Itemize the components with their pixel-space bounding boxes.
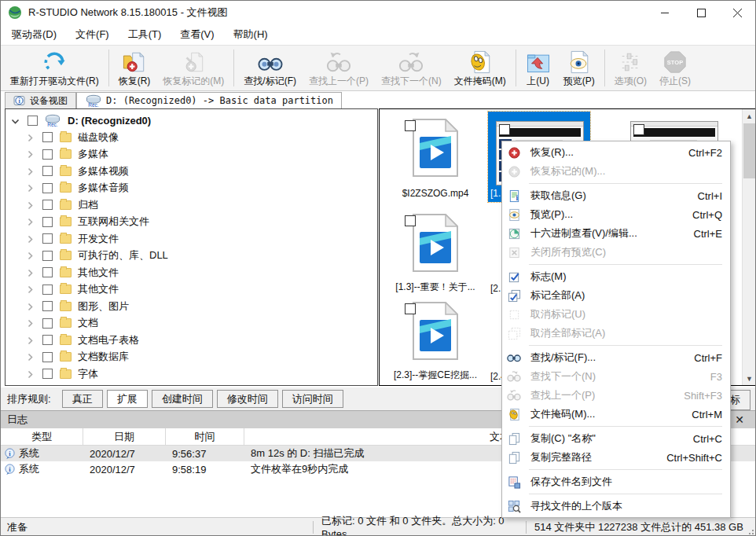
scrollbar-thumb[interactable] (743, 123, 755, 178)
tree-row[interactable]: 磁盘映像 (6, 129, 377, 145)
chevron-right-icon[interactable] (26, 133, 35, 142)
menu-item-copy-path[interactable]: 复制完整路径Ctrl+Shift+C (502, 448, 730, 467)
menu-item-file-mask[interactable]: 文件掩码(M)...Ctrl+M (502, 405, 730, 424)
chevron-right-icon[interactable] (26, 251, 35, 260)
log-close-icon[interactable]: ✕ (730, 413, 749, 426)
chevron-right-icon[interactable] (26, 352, 35, 362)
file-item[interactable]: $I2ZSZOG.mp4 (384, 112, 486, 202)
menu-item-copy-name[interactable]: 复制(C) "名称"Ctrl+C (502, 429, 730, 448)
chevron-right-icon[interactable] (26, 302, 35, 311)
menu-item-recover[interactable]: 恢复(R)...Ctrl+F2 (502, 143, 730, 162)
tree-row[interactable]: 多媒体视频 (6, 163, 377, 179)
chevron-right-icon[interactable] (26, 268, 35, 277)
file-checkbox[interactable] (405, 120, 416, 131)
tree-row[interactable]: 文档 (6, 315, 377, 332)
tree-row[interactable]: 其他文件 (6, 281, 377, 298)
file-checkbox[interactable] (633, 124, 644, 135)
file-checkbox[interactable] (499, 124, 510, 135)
toolbar-button-up[interactable]: 上(U) (519, 47, 557, 89)
sort-tab-修改时间[interactable]: 修改时间 (217, 390, 278, 408)
chevron-right-icon[interactable] (26, 167, 35, 176)
menubar-item-4[interactable]: 帮助(H) (226, 24, 276, 45)
chevron-right-icon[interactable] (26, 217, 35, 226)
toolbar-button-reopen-drives[interactable]: 重新打开驱动文件(R) (4, 47, 105, 89)
tree-checkbox[interactable] (42, 149, 53, 160)
tab-device-view[interactable]: i设备视图 (5, 92, 76, 108)
chevron-right-icon[interactable] (26, 200, 35, 210)
chevron-right-icon[interactable] (26, 336, 35, 345)
tree-row[interactable]: 开发文件 (6, 230, 377, 247)
file-item[interactable]: [1.3]--重要！关于... (384, 207, 486, 297)
tree-row[interactable]: 多媒体 (6, 146, 377, 163)
toolbar-button-recover[interactable]: 恢复(R) (112, 47, 157, 89)
menu-item-hex-view[interactable]: 十六进制查看(V)/编辑...Ctrl+E (502, 224, 730, 243)
tree-checkbox[interactable] (42, 369, 53, 379)
menu-item-mark[interactable]: 标志(M) (502, 267, 730, 286)
chevron-right-icon[interactable] (26, 318, 35, 328)
file-checkbox[interactable] (405, 303, 416, 314)
menu-item-find-mark[interactable]: 查找/标记(F)...Ctrl+F (502, 348, 730, 367)
resize-grip[interactable] (746, 527, 754, 534)
file-checkbox[interactable] (405, 215, 416, 226)
tree-checkbox[interactable] (42, 233, 53, 244)
tree-row[interactable]: 归档 (6, 196, 377, 213)
menubar-item-0[interactable]: 驱动器(D) (4, 24, 64, 45)
chevron-right-icon[interactable] (26, 149, 35, 159)
tree-row-root[interactable]: Rec.D: (Recognized0) (6, 112, 377, 129)
tree-checkbox[interactable] (42, 251, 53, 261)
log-column-header[interactable]: 类型 (1, 428, 83, 445)
maximize-button[interactable] (683, 1, 719, 24)
menubar-item-3[interactable]: 查看(V) (172, 24, 222, 45)
close-button[interactable] (719, 1, 755, 24)
chevron-right-icon[interactable] (26, 369, 35, 379)
sort-tab-创建时间[interactable]: 创建时间 (152, 390, 213, 408)
toolbar-button-preview[interactable]: 预览(P) (557, 47, 601, 89)
log-column-header[interactable]: 时间 (166, 428, 244, 445)
menu-item-save-filenames[interactable]: 保存文件名到文件 (502, 472, 730, 491)
tree-row[interactable]: 字体 (6, 365, 377, 382)
tree-checkbox[interactable] (42, 217, 53, 227)
tree-row[interactable]: 可执行的、库、DLL (6, 248, 377, 264)
tree-checkbox[interactable] (42, 132, 53, 142)
tree-row[interactable]: 其他文件 (6, 264, 377, 281)
tree-checkbox[interactable] (42, 267, 53, 277)
minimize-button[interactable] (647, 1, 683, 24)
save-filenames-icon (507, 475, 521, 489)
scroll-up-icon[interactable]: ▲ (743, 109, 756, 123)
menu-item-preview[interactable]: 预览(P)...Ctrl+Q (502, 205, 730, 224)
tree-checkbox[interactable] (42, 318, 53, 329)
menubar-item-1[interactable]: 文件(F) (68, 24, 117, 45)
folder-tree-panel[interactable]: Rec.D: (Recognized0)磁盘映像多媒体多媒体视频多媒体音频归档互… (5, 108, 378, 386)
menubar-item-2[interactable]: 工具(T) (120, 24, 170, 45)
tree-checkbox[interactable] (42, 183, 53, 193)
file-panel-scrollbar[interactable]: ▲ ▼ (742, 109, 755, 385)
tree-checkbox[interactable] (42, 352, 53, 362)
tree-checkbox[interactable] (42, 200, 53, 210)
chevron-right-icon[interactable] (26, 234, 35, 244)
toolbar-button-find-mark[interactable]: 查找/标记(F) (237, 47, 303, 89)
sort-tab-扩展[interactable]: 扩展 (107, 390, 148, 408)
chevron-down-icon[interactable] (11, 116, 20, 126)
toolbar-button-file-mask[interactable]: 文件掩码(M) (448, 47, 512, 89)
menu-item-find-previous-versions[interactable]: 寻找文件的上个版本 (502, 497, 730, 516)
chevron-right-icon[interactable] (26, 285, 35, 294)
sort-tab-访问时间[interactable]: 访问时间 (282, 390, 343, 408)
tree-row[interactable]: 图形、图片 (6, 298, 377, 314)
scroll-down-icon[interactable]: ▼ (743, 372, 756, 385)
tree-row[interactable]: 互联网相关文件 (6, 214, 377, 230)
chevron-right-icon[interactable] (26, 183, 35, 193)
tree-row[interactable]: 多媒体音频 (6, 180, 377, 196)
tree-row[interactable]: 文档电子表格 (6, 332, 377, 348)
sort-tab-真正[interactable]: 真正 (62, 390, 103, 408)
tree-checkbox[interactable] (42, 166, 53, 176)
menu-item-get-info[interactable]: i获取信息(G)Ctrl+I (502, 186, 730, 205)
log-column-header[interactable]: 日期 (83, 428, 166, 445)
tree-checkbox[interactable] (42, 335, 53, 345)
tree-checkbox[interactable] (28, 116, 38, 126)
tree-checkbox[interactable] (42, 285, 53, 295)
tree-checkbox[interactable] (42, 301, 53, 311)
tree-row[interactable]: 文档数据库 (6, 349, 377, 365)
file-item[interactable]: [2.3]--掌握CE挖掘... (384, 295, 486, 385)
menu-item-mark-all[interactable]: 标记全部(A) (502, 286, 730, 305)
tab-partition[interactable]: Rec.D: (Recognized0) -> Basic data parti… (76, 92, 342, 108)
